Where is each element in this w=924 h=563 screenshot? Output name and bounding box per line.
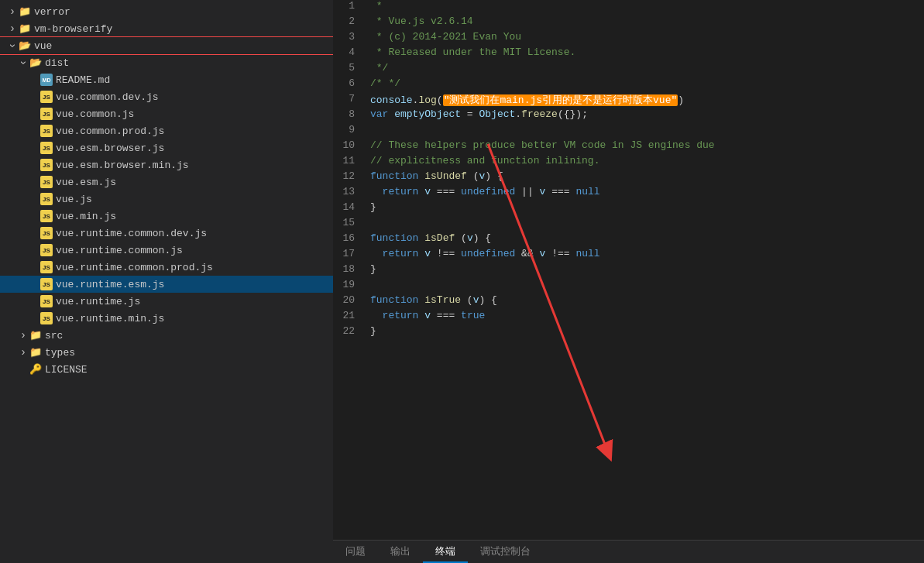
folder-icon: 📁 xyxy=(29,346,42,359)
js-file-icon: JS xyxy=(40,278,53,290)
table-row: 5 */ xyxy=(333,62,924,77)
table-row: 13 return v === undefined || v === null xyxy=(333,186,924,201)
sidebar-item-label: vue.runtime.min.js xyxy=(56,313,164,324)
spacer xyxy=(28,108,40,120)
tab-debug[interactable]: 调试控制台 xyxy=(468,541,543,563)
spacer xyxy=(28,210,40,222)
sidebar-item-src[interactable]: 📁 src xyxy=(0,327,333,344)
sidebar-item-vue[interactable]: 📂 vue xyxy=(0,37,333,54)
line-code: * Vue.js v2.6.14 xyxy=(364,15,924,31)
sidebar-item-label: vue.runtime.common.dev.js xyxy=(56,228,207,239)
sidebar-item-vue-runtime-common[interactable]: JS vue.runtime.common.js xyxy=(0,242,333,259)
line-code: /* */ xyxy=(364,77,924,93)
sidebar-item-label: vue.runtime.common.js xyxy=(56,245,183,256)
table-row: 8 var emptyObject = Object.freeze({}); xyxy=(333,108,924,124)
spacer xyxy=(28,278,40,290)
sidebar-item-vue-runtime-min[interactable]: JS vue.runtime.min.js xyxy=(0,310,333,327)
line-number: 9 xyxy=(333,124,364,139)
js-file-icon: JS xyxy=(40,108,53,120)
line-number: 21 xyxy=(333,310,364,325)
sidebar-item-vue-js[interactable]: JS vue.js xyxy=(0,191,333,208)
table-row: 16 function isDef (v) { xyxy=(333,232,924,248)
tab-problems[interactable]: 问题 xyxy=(333,541,378,563)
sidebar-item-vue-min[interactable]: JS vue.min.js xyxy=(0,208,333,225)
line-number: 8 xyxy=(333,108,364,124)
sidebar-item-label: vue.common.dev.js xyxy=(56,91,159,103)
table-row: 2 * Vue.js v2.6.14 xyxy=(333,15,924,31)
spacer xyxy=(28,295,40,307)
sidebar-item-label: vue.esm.browser.min.js xyxy=(56,160,189,171)
tab-label: 输出 xyxy=(390,544,410,558)
sidebar-item-vue-runtime-esm[interactable]: JS vue.runtime.esm.js xyxy=(0,276,333,293)
tab-label: 问题 xyxy=(345,544,366,558)
line-number: 22 xyxy=(333,325,364,341)
sidebar-item-dist[interactable]: 📂 dist xyxy=(0,54,333,71)
sidebar-item-vue-common[interactable]: JS vue.common.js xyxy=(0,105,333,122)
folder-src-icon: 📁 xyxy=(29,329,42,342)
table-row: 15 xyxy=(333,217,924,232)
table-row: 10 // These helpers produce better VM co… xyxy=(333,139,924,155)
sidebar-item-vue-common-dev[interactable]: JS vue.common.dev.js xyxy=(0,88,333,105)
js-file-icon: JS xyxy=(40,261,53,273)
sidebar-item-vue-esm-browser[interactable]: JS vue.esm.browser.js xyxy=(0,139,333,156)
sidebar-item-types[interactable]: 📁 types xyxy=(0,344,333,361)
tab-label: 调试控制台 xyxy=(480,544,531,558)
sidebar-item-label: vue.js xyxy=(56,194,92,205)
js-file-icon: JS xyxy=(40,159,53,171)
sidebar-item-license[interactable]: 🔑 LICENSE xyxy=(0,361,333,378)
spacer xyxy=(28,176,40,188)
sidebar-item-label: vue.common.prod.js xyxy=(56,125,164,137)
js-file-icon: JS xyxy=(40,142,53,154)
folder-icon: 📂 xyxy=(19,39,31,52)
line-number: 14 xyxy=(333,201,364,217)
chevron-right-icon xyxy=(17,329,29,342)
spacer xyxy=(28,125,40,137)
sidebar-item-label: verror xyxy=(34,6,70,18)
table-row: 4 * Released under the MIT License. xyxy=(333,46,924,62)
table-row: 21 return v === true xyxy=(333,310,924,325)
spacer xyxy=(28,261,40,273)
line-number: 12 xyxy=(333,170,364,186)
sidebar-item-verror[interactable]: 📁 verror xyxy=(0,3,333,20)
line-code: function isUndef (v) { xyxy=(364,170,924,186)
line-code xyxy=(364,217,924,232)
sidebar-item-vue-esm[interactable]: JS vue.esm.js xyxy=(0,173,333,191)
sidebar-item-vue-esm-browser-min[interactable]: JS vue.esm.browser.min.js xyxy=(0,156,333,173)
line-number: 6 xyxy=(333,77,364,93)
sidebar: 📁 verror 📁 vm-browserify 📂 vue 📂 dist MD… xyxy=(0,0,333,563)
line-code: var emptyObject = Object.freeze({}); xyxy=(364,108,924,124)
sidebar-item-vue-runtime-common-prod[interactable]: JS vue.runtime.common.prod.js xyxy=(0,259,333,276)
line-code: function isTrue (v) { xyxy=(364,294,924,310)
tab-terminal[interactable]: 终端 xyxy=(423,541,468,563)
sidebar-item-readme[interactable]: MD README.md xyxy=(0,71,333,88)
line-number: 16 xyxy=(333,232,364,248)
chevron-down-icon xyxy=(17,57,29,69)
sidebar-item-vue-runtime-common-dev[interactable]: JS vue.runtime.common.dev.js xyxy=(0,225,333,242)
js-file-icon: JS xyxy=(40,176,53,188)
sidebar-item-vue-runtime[interactable]: JS vue.runtime.js xyxy=(0,293,333,310)
code-content[interactable]: 1 * 2 * Vue.js v2.6.14 3 * (c) 2014-2021… xyxy=(333,0,924,540)
sidebar-item-vm-browserify[interactable]: 📁 vm-browserify xyxy=(0,20,333,37)
tab-output[interactable]: 输出 xyxy=(378,541,423,563)
line-number: 18 xyxy=(333,263,364,279)
sidebar-item-label: vue.runtime.esm.js xyxy=(56,279,164,290)
spacer xyxy=(28,227,40,239)
line-code: function isDef (v) { xyxy=(364,232,924,248)
sidebar-item-label: src xyxy=(45,330,63,342)
main-area: 📁 verror 📁 vm-browserify 📂 vue 📂 dist MD… xyxy=(0,0,924,563)
sidebar-item-label: vue.esm.js xyxy=(56,177,116,188)
line-number: 3 xyxy=(333,31,364,46)
table-row: 19 xyxy=(333,279,924,294)
chevron-right-icon xyxy=(17,346,29,359)
line-code: // explicitness and function inlining. xyxy=(364,155,924,170)
sidebar-item-vue-common-prod[interactable]: JS vue.common.prod.js xyxy=(0,122,333,139)
table-row: 11 // explicitness and function inlining… xyxy=(333,155,924,170)
sidebar-item-label: LICENSE xyxy=(45,364,88,376)
chevron-right-icon xyxy=(6,22,19,35)
spacer xyxy=(28,74,40,86)
line-number: 7 xyxy=(333,93,364,108)
table-row: 3 * (c) 2014-2021 Evan You xyxy=(333,31,924,46)
editor-area: 1 * 2 * Vue.js v2.6.14 3 * (c) 2014-2021… xyxy=(333,0,924,563)
spacer xyxy=(28,142,40,154)
sidebar-item-label: README.md xyxy=(56,74,110,86)
